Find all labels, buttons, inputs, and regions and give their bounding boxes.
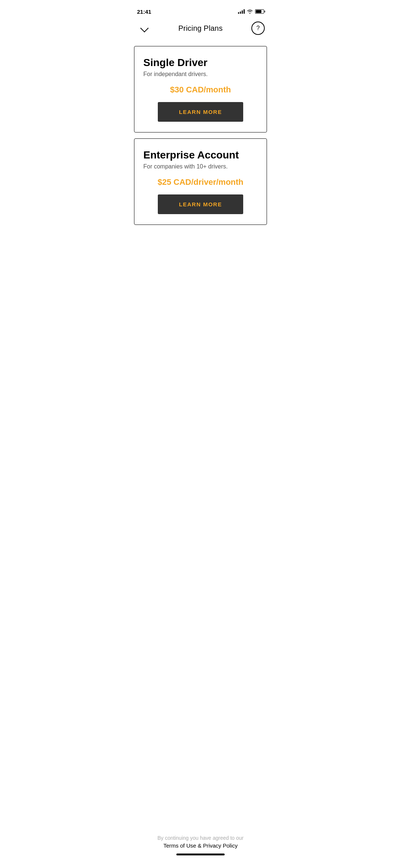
status-icons	[238, 9, 264, 14]
plan-card-single-driver: Single Driver For independant drivers. $…	[134, 46, 267, 132]
plan-name-single: Single Driver	[143, 57, 258, 69]
phone-frame: 21:41 Pricing Plans ?	[128, 0, 273, 313]
battery-icon	[255, 9, 264, 14]
plan-description-enterprise: For companies with 10+ drivers.	[143, 163, 258, 170]
nav-header: Pricing Plans ?	[128, 18, 273, 42]
learn-more-button-single[interactable]: LEARN MORE	[158, 102, 243, 122]
status-bar: 21:41	[128, 0, 273, 18]
back-arrow-icon	[141, 24, 145, 32]
wifi-icon	[247, 9, 253, 14]
plan-card-enterprise: Enterprise Account For companies with 10…	[134, 138, 267, 225]
status-time: 21:41	[137, 9, 151, 15]
help-button[interactable]: ?	[251, 21, 265, 36]
plans-content: Single Driver For independant drivers. $…	[128, 42, 273, 229]
page-title: Pricing Plans	[178, 24, 222, 33]
learn-more-button-enterprise[interactable]: LEARN MORE	[158, 194, 243, 214]
plan-price-single: $30 CAD/month	[143, 85, 258, 95]
back-button[interactable]	[136, 21, 150, 36]
plan-description-single: For independant drivers.	[143, 71, 258, 78]
signal-icon	[238, 9, 245, 14]
plan-name-enterprise: Enterprise Account	[143, 149, 258, 161]
plan-price-enterprise: $25 CAD/driver/month	[143, 177, 258, 187]
help-icon: ?	[251, 22, 265, 35]
